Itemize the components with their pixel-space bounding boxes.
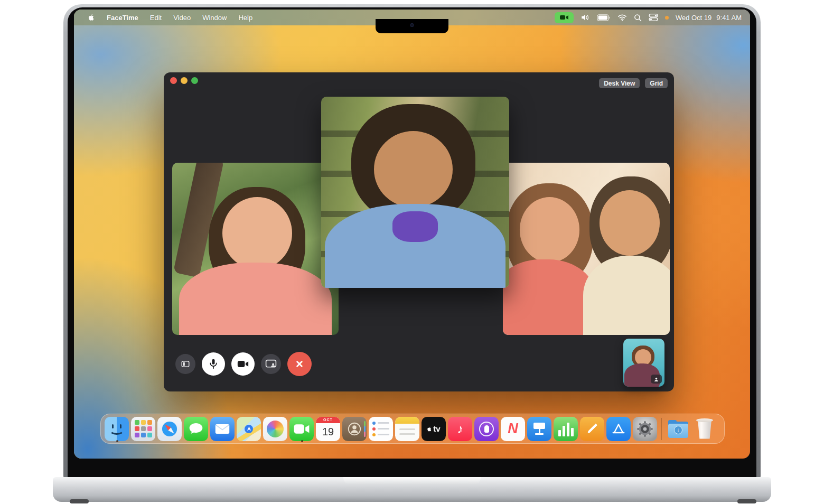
time-label: 9:41 AM [716,14,742,22]
dock-icon-numbers[interactable] [554,417,578,441]
camera-indicator-icon [560,14,568,21]
spotlight-icon[interactable] [634,14,642,22]
end-call-button[interactable]: × [287,352,312,376]
menu-bar-clock[interactable]: Wed Oct 19 9:41 AM [676,14,742,22]
rubber-foot-right [737,499,756,503]
zoom-window-button[interactable] [191,77,198,84]
dock-icon-trash[interactable] [692,417,717,441]
attention-dot [665,16,669,20]
wifi-icon[interactable] [617,14,627,21]
menu-facetime[interactable]: FaceTime [101,10,144,25]
calendar-day-label: 19 [316,423,340,441]
menu-video[interactable]: Video [168,10,196,25]
sidebar-icon [180,359,191,369]
pages-pen-icon [587,423,598,434]
envelope-icon [214,423,231,435]
running-indicator-facetime [301,440,303,442]
apple-menu[interactable] [82,10,100,25]
dock: OCT 19 tv ♪ N [100,414,725,444]
app-store-a-icon [611,421,626,437]
dock-icon-app-store[interactable] [606,417,631,441]
participant-tile-right [503,163,670,335]
rubber-foot-left [70,499,89,503]
volume-icon[interactable] [580,13,590,22]
dock-icon-photos[interactable] [263,417,287,441]
music-note-icon: ♪ [457,422,463,436]
facetime-camera-icon [293,423,310,435]
dock-icon-music[interactable]: ♪ [448,417,472,441]
dock-icon-messages[interactable] [184,417,208,441]
dock-icon-podcasts[interactable] [474,417,499,441]
keynote-podium-icon [533,423,545,429]
dock-icon-safari[interactable] [157,417,182,441]
dock-icon-mail[interactable] [210,417,235,441]
dock-icon-maps[interactable] [237,417,261,441]
dock-icon-news[interactable]: N [501,417,525,441]
battery-icon[interactable] [597,14,611,21]
download-arrow-icon: ↓ [674,426,682,434]
dock-icon-calendar[interactable]: OCT 19 [316,417,340,441]
camera-button[interactable] [231,352,255,376]
sidebar-toggle-button[interactable] [175,354,195,374]
gear-icon [635,419,654,438]
dock-icon-facetime[interactable] [289,417,314,441]
facetime-window: Desk View Grid [164,72,674,391]
dock-icon-keynote[interactable] [527,417,551,441]
webcam-icon [410,23,414,27]
participant-tile-left [172,163,339,335]
video-camera-icon [237,360,249,368]
window-controls [170,77,198,84]
lid-lift-notch [343,477,481,485]
display-notch [376,19,448,33]
calendar-month-label: OCT [316,417,340,423]
dock-divider [661,418,662,440]
microphone-icon [208,358,219,370]
menu-help[interactable]: Help [233,10,258,25]
maps-navigation-icon [245,425,253,433]
menu-bar-status: Wed Oct 19 9:41 AM [555,12,742,23]
safari-compass-icon [160,419,180,439]
menu-window[interactable]: Window [197,10,232,25]
camera-active-indicator[interactable] [555,12,574,23]
participant-figure [321,97,509,288]
date-label: Wed Oct 19 [676,14,711,22]
portrait-mode-badge[interactable] [651,375,662,384]
dock-icon-reminders[interactable] [369,417,393,441]
dock-icon-launchpad[interactable] [131,417,155,441]
screen-share-icon [265,359,277,369]
microphone-button[interactable] [202,352,225,376]
call-controls: × [175,349,312,379]
minimize-window-button[interactable] [181,77,188,84]
dock-icon-finder[interactable] [105,417,129,441]
display: FaceTime Edit Video Window Help [74,10,750,459]
apple-logo-icon [427,426,432,432]
dock-icon-pages[interactable] [580,417,604,441]
running-indicator-finder [116,440,118,442]
dock-icon-system-settings[interactable] [633,417,657,441]
participant-figure [503,163,670,335]
desk-view-button[interactable]: Desk View [599,78,640,88]
participant-tile-center-active [321,97,509,288]
self-view-thumbnail[interactable] [623,339,664,387]
tv-label: tv [433,424,440,433]
end-call-x-icon: × [296,358,303,370]
dock-icon-contacts[interactable] [342,417,367,441]
contacts-person-icon [347,421,362,437]
portrait-person-icon [653,377,659,382]
dock-icon-tv[interactable]: tv [422,417,446,441]
photos-pinwheel-icon [267,421,284,437]
screen-share-button[interactable] [261,354,281,374]
grid-button[interactable]: Grid [645,78,668,88]
dock-icon-notes[interactable] [395,417,419,441]
news-logo: N [508,421,518,437]
close-window-button[interactable] [170,77,177,84]
apple-logo-icon [88,13,95,22]
dock-icon-downloads[interactable]: ↓ [666,417,690,441]
window-view-buttons: Desk View Grid [599,78,668,88]
participant-figure [172,163,339,335]
speech-bubble-icon [187,421,205,437]
menu-bar-left: FaceTime Edit Video Window Help [82,10,258,25]
podcasts-icon [479,422,494,436]
control-center-icon[interactable] [649,13,658,22]
menu-edit[interactable]: Edit [145,10,167,25]
